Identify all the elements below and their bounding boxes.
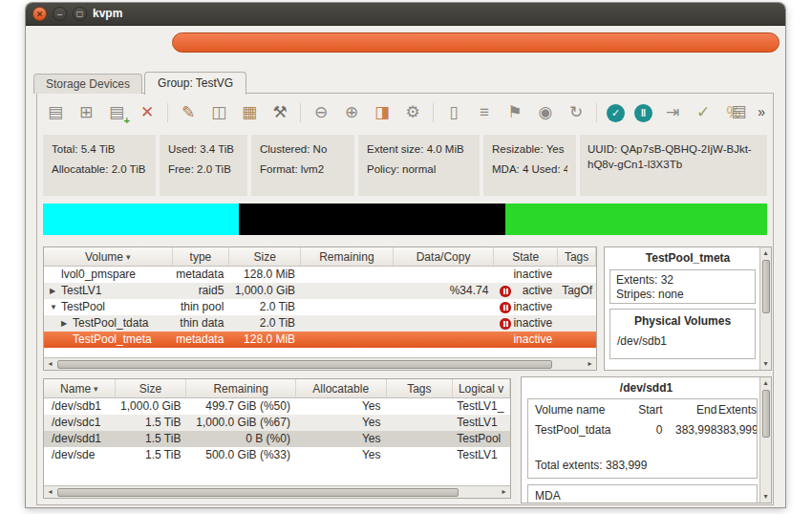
device-logical-volumes: TestLV1: [453, 447, 510, 463]
table-row-selected[interactable]: /dev/sdd1 1.5 TiB 0 B (%0) Yes TestPool: [44, 431, 510, 447]
save-icon[interactable]: ▦: [239, 102, 260, 123]
info-box-used: Used: 3.4 TiB Free: 2.0 TiB: [160, 135, 247, 196]
extents-table-row: TestPool_tdata 0 383,998 383,999: [528, 419, 757, 439]
table-row[interactable]: ▶TestLV1 raid5 1,000.0 GiB %34.74 active…: [44, 283, 596, 299]
column-header-name[interactable]: Name ▾: [44, 379, 116, 397]
skip-icon[interactable]: ⇥: [662, 102, 683, 123]
toolbar-right-group: ▤ »: [728, 101, 765, 122]
new-volume-icon[interactable]: ▤: [45, 102, 66, 123]
column-label: Volume: [85, 250, 123, 264]
table-row[interactable]: ▼TestPool thin pool 2.0 TiB inactive: [44, 299, 596, 315]
table-row[interactable]: /dev/sdc1 1.5 TiB 1,000.0 GiB (%67) Yes …: [44, 415, 510, 431]
device-allocatable: Yes: [296, 398, 387, 415]
column-header-remaining[interactable]: Remaining: [186, 379, 296, 397]
table-row[interactable]: ▶TestPool_tdata thin data 2.0 TiB inacti…: [44, 315, 596, 332]
volume-name: TestPool_tdata: [73, 315, 148, 332]
device-logical-volumes: TestLV1_: [453, 398, 510, 415]
table-row-selected[interactable]: TestPool_tmeta metadata 128.0 MiB inacti…: [44, 332, 596, 348]
list-icon[interactable]: ≡: [474, 102, 495, 123]
column-header-state[interactable]: State: [494, 247, 558, 266]
scrollbar-thumb[interactable]: [762, 260, 770, 313]
scrollbar-thumb[interactable]: [57, 360, 552, 369]
check-icon[interactable]: ✓: [693, 102, 714, 123]
add-volume-icon[interactable]: ▤+: [106, 102, 127, 123]
scrollbar-thumb[interactable]: [57, 488, 459, 497]
paused-state-icon: [500, 318, 511, 330]
info-total: Total: 5.4 TiB: [52, 143, 147, 155]
scroll-left-icon[interactable]: ◂: [44, 358, 56, 370]
toolbar-overflow-chevron[interactable]: »: [758, 101, 765, 122]
volume-datacopy: [394, 299, 495, 315]
maximize-icon[interactable]: ▢: [73, 7, 87, 21]
reduce-icon[interactable]: ⊖: [310, 102, 331, 123]
scroll-left-icon[interactable]: ◂: [44, 486, 56, 498]
column-header-allocatable[interactable]: Allocatable: [296, 379, 387, 397]
scroll-down-icon[interactable]: ▾: [759, 491, 772, 503]
scrollbar-thumb[interactable]: [762, 390, 770, 438]
table-row[interactable]: lvol0_pmspare metadata 128.0 MiB inactiv…: [44, 267, 596, 283]
extend-icon[interactable]: ⊕: [341, 102, 362, 123]
remove-volume-icon[interactable]: ✕: [137, 102, 158, 123]
volume-state: inactive: [513, 316, 552, 330]
column-header-size[interactable]: Size: [116, 379, 187, 397]
column-header-logical-volumes[interactable]: Logical v: [453, 379, 510, 397]
deactivate-icon[interactable]: ‖: [634, 104, 652, 122]
volume-state: inactive: [513, 268, 552, 281]
scroll-up-icon[interactable]: ▴: [759, 247, 772, 259]
column-header-type[interactable]: type: [173, 247, 230, 266]
volume-remaining: [301, 299, 394, 315]
device-allocatable: Yes: [296, 447, 387, 463]
scroll-right-icon[interactable]: ▸: [584, 358, 596, 370]
volume-size: 2.0 TiB: [229, 299, 301, 315]
plus-badge-icon: +: [124, 116, 130, 125]
volume-datacopy: [394, 332, 495, 348]
scroll-up-icon[interactable]: ▴: [759, 377, 772, 389]
toolbar-separator: [433, 103, 434, 122]
table-row[interactable]: /dev/sdb1 1,000.0 GiB 499.7 GiB (%50) Ye…: [44, 398, 510, 415]
tools-icon[interactable]: ⚒: [269, 102, 290, 123]
tab-group-testvg[interactable]: Group: TestVG: [144, 72, 246, 95]
toolbar-separator: [167, 103, 168, 122]
snapshot-icon[interactable]: ◨: [372, 102, 393, 123]
info-policy: Policy: normal: [367, 163, 471, 175]
title-bar: ✕ – ▢ kvpm: [26, 3, 785, 26]
extent-start: 0: [623, 423, 663, 437]
volume-datacopy: %34.74: [394, 283, 495, 299]
rename-icon[interactable]: ✎: [178, 102, 199, 123]
vg-usage-bar: [43, 203, 767, 235]
minimize-icon[interactable]: –: [53, 7, 67, 21]
expand-arrow-icon[interactable]: ▶: [61, 315, 73, 332]
toolbar-separator: [300, 103, 301, 122]
expand-arrow-icon[interactable]: ▶: [50, 283, 61, 299]
refresh-icon[interactable]: ↻: [566, 102, 587, 123]
device-extents-box: Volume name Start End Extents TestPool_t…: [527, 398, 758, 479]
partition-table-icon[interactable]: ⊞: [75, 102, 96, 123]
info-used: Used: 3.4 TiB: [168, 143, 239, 155]
column-header-tags[interactable]: Tags: [387, 379, 454, 397]
export-icon[interactable]: ▤: [728, 101, 749, 122]
column-header-tags[interactable]: Tags: [558, 247, 596, 266]
activate-icon[interactable]: ✓: [607, 104, 625, 122]
column-header-size[interactable]: Size: [229, 247, 301, 266]
scroll-down-icon[interactable]: ▾: [759, 358, 772, 370]
tab-bar: Storage Devices Group: TestVG: [33, 71, 246, 94]
scroll-right-icon[interactable]: ▸: [498, 486, 510, 498]
close-icon[interactable]: ✕: [32, 7, 47, 21]
usage-segment-3: [505, 203, 767, 235]
properties-icon[interactable]: ▯: [443, 102, 464, 123]
repair-icon[interactable]: ⚙: [402, 102, 423, 123]
device-size: 1.5 TiB: [116, 447, 187, 463]
record-icon[interactable]: ◉: [535, 102, 556, 123]
column-header-datacopy[interactable]: Data/Copy: [394, 247, 495, 266]
duplicate-icon[interactable]: ◫: [208, 102, 229, 123]
tab-storage-devices[interactable]: Storage Devices: [33, 74, 142, 94]
collapse-arrow-icon[interactable]: ▼: [50, 299, 61, 315]
bookmark-icon[interactable]: ⚑: [504, 102, 525, 123]
volume-datacopy: [394, 267, 495, 283]
table-row[interactable]: /dev/sde 1.5 TiB 500.0 GiB (%33) Yes Tes…: [44, 447, 510, 463]
column-header-remaining[interactable]: Remaining: [301, 247, 394, 266]
column-header-volume[interactable]: Volume ▾: [44, 247, 173, 266]
info-box-extent: Extent size: 4.0 MiB Policy: normal: [358, 135, 480, 196]
device-remaining: 499.7 GiB (%50): [186, 398, 296, 415]
paused-state-icon: [500, 302, 511, 313]
